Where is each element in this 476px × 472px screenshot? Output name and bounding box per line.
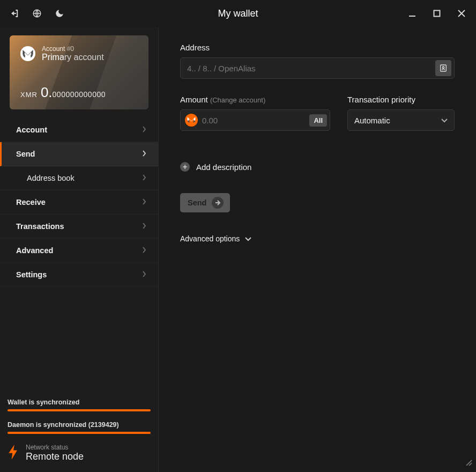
balance-decimals: 000000000000 (53, 90, 106, 99)
sidebar-item-label: Transactions (16, 222, 64, 231)
amount-label-row: Amount (Change account) (180, 95, 330, 104)
resize-handle-icon[interactable] (465, 459, 473, 469)
svg-point-7 (442, 67, 444, 68)
add-description-button[interactable]: + Add description (180, 162, 455, 172)
contact-icon (439, 64, 448, 72)
network-status-label: Network status (26, 444, 84, 451)
chevron-right-icon (142, 246, 146, 255)
account-number: Account #0 (42, 45, 104, 53)
sidebar-item-settings[interactable]: Settings (0, 263, 158, 287)
network-status[interactable]: Network status Remote node (8, 444, 151, 462)
advanced-options-toggle[interactable]: Advanced options (180, 234, 455, 244)
svg-line-9 (466, 460, 472, 466)
all-button[interactable]: All (309, 114, 327, 127)
sidebar-item-account[interactable]: Account (0, 118, 158, 142)
sidebar-item-transactions[interactable]: Transactions (0, 215, 158, 239)
amount-input-wrap: All (180, 109, 330, 131)
balance: XMR 0.000000000000 (20, 84, 106, 101)
sidebar-item-address-book[interactable]: Address book (0, 166, 158, 190)
send-panel: Address Amount (Change account) All (159, 27, 476, 472)
close-icon[interactable] (456, 8, 467, 19)
titlebar: My wallet (0, 0, 476, 27)
plus-icon: + (180, 162, 190, 172)
sidebar-item-label: Settings (16, 270, 47, 279)
wallet-sync-progress (8, 409, 151, 411)
sidebar: Account #0 Primary account XMR 0.0000000… (0, 27, 159, 472)
sidebar-item-label: Address book (27, 174, 75, 182)
svg-line-10 (469, 463, 472, 466)
send-button[interactable]: Send (180, 193, 230, 212)
chevron-right-icon (142, 150, 146, 158)
minimize-icon[interactable] (406, 8, 418, 19)
amount-label: Amount (180, 95, 208, 104)
sidebar-item-receive[interactable]: Receive (0, 190, 158, 215)
globe-icon[interactable] (31, 8, 43, 19)
chevron-right-icon (142, 174, 146, 182)
logout-icon[interactable] (9, 8, 20, 19)
address-input-wrap (180, 57, 455, 79)
sidebar-nav: Account Send Address book Receive Transa… (0, 118, 158, 287)
sidebar-item-label: Advanced (16, 246, 53, 255)
amount-input[interactable] (202, 116, 309, 125)
balance-currency: XMR (20, 91, 38, 99)
address-label: Address (180, 43, 455, 52)
send-button-label: Send (188, 198, 206, 207)
change-account-link[interactable]: (Change account) (210, 96, 265, 104)
priority-label: Transaction priority (347, 95, 455, 104)
daemon-sync-status: Daemon is synchronized (2139429) (8, 421, 151, 434)
sidebar-item-advanced[interactable]: Advanced (0, 239, 158, 263)
sidebar-footer: Wallet is synchronized Daemon is synchro… (0, 392, 158, 472)
svg-point-8 (185, 114, 198, 127)
priority-select[interactable]: Automatic (347, 109, 455, 131)
chevron-down-icon (441, 115, 448, 125)
bolt-icon (8, 445, 19, 462)
address-input[interactable] (181, 64, 435, 73)
maximize-icon[interactable] (431, 8, 443, 19)
chevron-right-icon (142, 198, 146, 206)
sidebar-item-label: Receive (16, 198, 46, 206)
account-name: Primary account (42, 53, 104, 62)
wallet-sync-label: Wallet is synchronized (8, 399, 151, 406)
add-description-text: Add description (196, 163, 251, 172)
priority-value: Automatic (354, 116, 390, 125)
chevron-right-icon (142, 126, 146, 134)
wallet-sync-status: Wallet is synchronized (8, 399, 151, 411)
account-card[interactable]: Account #0 Primary account XMR 0.0000000… (10, 35, 148, 109)
balance-integer: 0. (41, 84, 53, 100)
chevron-right-icon (142, 222, 146, 231)
window-title: My wallet (218, 8, 258, 19)
sidebar-item-send[interactable]: Send (0, 142, 158, 166)
sidebar-item-label: Send (16, 150, 35, 158)
arrow-right-icon (212, 197, 224, 209)
daemon-sync-label: Daemon is synchronized (2139429) (8, 421, 151, 429)
monero-icon (185, 114, 198, 127)
advanced-options-label: Advanced options (180, 234, 240, 243)
chevron-down-icon (245, 234, 251, 244)
svg-rect-2 (434, 11, 440, 17)
address-book-button[interactable] (435, 60, 451, 76)
network-status-value: Remote node (26, 451, 84, 462)
chevron-right-icon (142, 270, 146, 279)
moon-icon[interactable] (54, 8, 65, 19)
monero-logo-icon (20, 46, 35, 61)
sidebar-item-label: Account (16, 126, 47, 134)
daemon-sync-progress (8, 432, 151, 434)
